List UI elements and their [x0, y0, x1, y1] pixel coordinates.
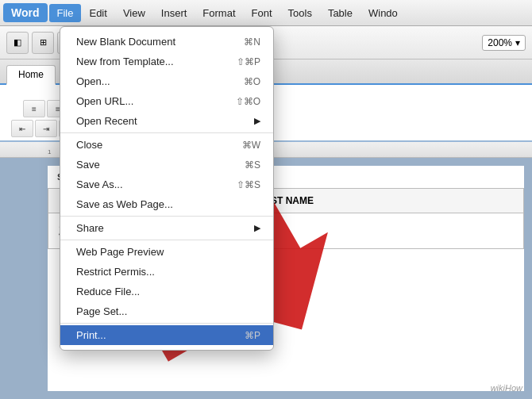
menu-share[interactable]: Share ▶	[60, 218, 273, 238]
menu-page-setup[interactable]: Page Set...	[60, 301, 273, 321]
indent-dec-btn[interactable]: ⇤	[11, 120, 33, 137]
wikihow-label: wikiHow	[491, 383, 522, 393]
file-dropdown: New Blank Document ⌘N New from Template.…	[60, 26, 274, 351]
menu-close[interactable]: Close ⌘W	[60, 135, 273, 155]
menu-reduce[interactable]: Reduce File...	[60, 282, 273, 301]
menu-window[interactable]: Windo	[360, 4, 406, 22]
menu-open-recent[interactable]: Open Recent ▶	[60, 111, 273, 131]
menu-restrict[interactable]: Restrict Permis...	[60, 262, 273, 282]
menu-bar: Word File Edit View Insert Format Font T…	[0, 0, 532, 26]
menu-save-as[interactable]: Save As... ⇧⌘S	[60, 175, 273, 194]
menu-view[interactable]: View	[115, 4, 153, 22]
menu-section-4: Web Page Preview Restrict Permis... Redu…	[60, 240, 273, 324]
menu-section-5: Print... ⌘P	[60, 324, 273, 347]
app-logo[interactable]: Word	[3, 3, 48, 22]
indent-inc-btn[interactable]: ⇥	[35, 120, 57, 137]
toolbar-btn-1[interactable]: ◧	[6, 32, 29, 54]
menu-open[interactable]: Open... ⌘O	[60, 71, 273, 91]
app-window: Word File Edit View Insert Format Font T…	[0, 0, 532, 399]
menu-insert[interactable]: Insert	[153, 4, 195, 22]
menu-format[interactable]: Format	[195, 4, 243, 22]
menu-tools[interactable]: Tools	[280, 4, 320, 22]
menu-save-web[interactable]: Save as Web Page...	[60, 194, 273, 214]
menu-font[interactable]: Font	[244, 4, 280, 22]
zoom-control[interactable]: 200% ▾	[482, 35, 526, 51]
zoom-arrow: ▾	[515, 37, 520, 48]
align-left-btn[interactable]: ≡	[23, 100, 45, 117]
menu-edit[interactable]: Edit	[81, 4, 114, 22]
toolbar-btn-2[interactable]: ⊞	[32, 32, 54, 54]
menu-section-1: New Blank Document ⌘N New from Template.…	[60, 30, 273, 133]
tab-home[interactable]: Home	[6, 65, 56, 85]
menu-open-url[interactable]: Open URL... ⇧⌘O	[60, 91, 273, 111]
menu-file[interactable]: File	[49, 4, 82, 22]
menu-save[interactable]: Save ⌘S	[60, 155, 273, 175]
menu-web-preview[interactable]: Web Page Preview	[60, 242, 273, 262]
ruler-mark-1: 1	[48, 148, 51, 157]
menu-section-3: Share ▶	[60, 217, 273, 240]
menu-new-blank[interactable]: New Blank Document ⌘N	[60, 32, 273, 52]
menu-print[interactable]: Print... ⌘P	[60, 325, 273, 345]
menu-section-2: Close ⌘W Save ⌘S Save As... ⇧⌘S Save as …	[60, 133, 273, 217]
menu-new-template[interactable]: New from Template... ⇧⌘P	[60, 52, 273, 71]
zoom-value: 200%	[488, 37, 512, 48]
menu-table[interactable]: Table	[320, 4, 360, 22]
